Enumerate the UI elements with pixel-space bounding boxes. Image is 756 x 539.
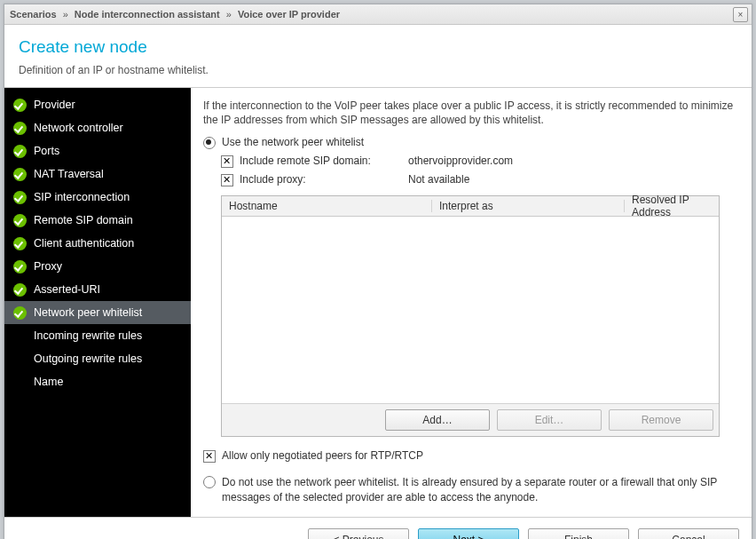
bullet-icon	[13, 376, 27, 389]
page-subtitle: Definition of an IP or hostname whitelis…	[19, 64, 737, 76]
crumb-sep: »	[223, 9, 235, 20]
sidebar-item[interactable]: Ports	[4, 139, 191, 162]
sidebar-item-label: Network peer whitelist	[34, 306, 142, 319]
finish-button[interactable]: Finish	[528, 528, 629, 539]
page-title: Create new node	[19, 37, 737, 57]
include-proxy-row[interactable]: Include proxy: Not available	[221, 173, 739, 186]
crumb-2: Node interconnection assistant	[75, 9, 220, 20]
sidebar-item-label: SIP interconnection	[34, 191, 130, 203]
sidebar-item[interactable]: Name	[4, 370, 191, 393]
include-proxy-value: Not available	[408, 173, 469, 186]
crumb-sep: »	[59, 9, 72, 20]
bullet-icon	[13, 353, 27, 366]
sidebar-item-label: Provider	[34, 99, 75, 111]
sidebar-item-label: NAT Traversal	[34, 168, 104, 180]
table-header: Hostname Interpret as Resolved IP Addres…	[222, 196, 719, 217]
sidebar-item-label: Incoming rewrite rules	[34, 329, 142, 342]
check-icon	[13, 260, 27, 273]
sidebar-item[interactable]: Network peer whitelist	[4, 301, 191, 324]
sidebar-item[interactable]: Client authentication	[4, 232, 191, 255]
sidebar-item[interactable]: Incoming rewrite rules	[4, 324, 191, 347]
sidebar-item-label: Remote SIP domain	[34, 214, 133, 226]
rtp-rtcp-check[interactable]: Allow only negotiated peers for RTP/RTCP	[203, 449, 739, 463]
header: Create new node Definition of an IP or h…	[4, 25, 752, 87]
include-sip-domain-value: othervoipprovider.com	[408, 155, 513, 168]
bullet-icon	[13, 329, 27, 343]
next-button[interactable]: Next >	[418, 528, 519, 539]
sidebar-item-label: Network controller	[34, 122, 123, 134]
sidebar-item-label: Client authentication	[34, 237, 134, 250]
col-resolved-ip[interactable]: Resolved IP Address	[625, 194, 719, 218]
check-icon	[13, 99, 27, 112]
sidebar-item-label: Ports	[34, 145, 59, 157]
sidebar-item[interactable]: Remote SIP domain	[4, 209, 191, 232]
check-icon	[13, 145, 27, 158]
opt-use-whitelist-label: Use the network peer whitelist	[222, 136, 364, 148]
check-icon	[13, 168, 27, 181]
include-sip-domain-row[interactable]: Include remote SIP domain: othervoipprov…	[221, 155, 739, 168]
check-icon	[13, 191, 27, 204]
sidebar-item[interactable]: Outgoing rewrite rules	[4, 347, 191, 370]
checkbox-icon	[221, 155, 233, 168]
intro-text: If the interconnection to the VoIP peer …	[203, 99, 739, 127]
sidebar: ProviderNetwork controllerPortsNAT Trave…	[4, 88, 191, 517]
footer: < Previous Next > Finish Cancel	[4, 518, 752, 539]
wizard-window: Scenarios » Node interconnection assista…	[4, 4, 752, 539]
crumb-3: Voice over IP provider	[238, 9, 340, 20]
opt-no-whitelist-label: Do not use the network peer whitelist. I…	[222, 475, 739, 503]
check-icon	[13, 214, 27, 227]
whitelist-table: Hostname Interpret as Resolved IP Addres…	[221, 195, 720, 437]
col-hostname[interactable]: Hostname	[222, 200, 432, 212]
sidebar-item-label: Name	[34, 376, 63, 388]
sidebar-item[interactable]: Network controller	[4, 116, 191, 139]
col-interpret-as[interactable]: Interpret as	[432, 200, 625, 212]
check-icon	[13, 306, 27, 320]
check-icon	[13, 237, 27, 250]
sidebar-item-label: Asserted-URI	[34, 283, 100, 296]
include-proxy-label: Include proxy:	[240, 173, 408, 186]
body: ProviderNetwork controllerPortsNAT Trave…	[4, 87, 752, 518]
radio-icon	[203, 476, 216, 488]
checkbox-icon	[221, 174, 233, 186]
add-button[interactable]: Add…	[385, 409, 490, 431]
checkbox-icon	[203, 450, 216, 463]
sidebar-item[interactable]: SIP interconnection	[4, 186, 191, 209]
sidebar-item[interactable]: Proxy	[4, 255, 191, 278]
opt-use-whitelist[interactable]: Use the network peer whitelist	[203, 136, 739, 149]
check-icon	[13, 122, 27, 135]
radio-icon	[203, 137, 216, 149]
crumb-1: Scenarios	[10, 9, 57, 20]
cancel-button[interactable]: Cancel	[638, 528, 739, 539]
include-sip-domain-label: Include remote SIP domain:	[240, 155, 408, 168]
close-icon[interactable]: ×	[733, 7, 748, 22]
previous-button[interactable]: < Previous	[308, 528, 409, 539]
sidebar-item[interactable]: Provider	[4, 93, 191, 116]
check-icon	[13, 283, 27, 297]
titlebar: Scenarios » Node interconnection assista…	[4, 4, 752, 25]
content: If the interconnection to the VoIP peer …	[191, 88, 752, 517]
sidebar-item[interactable]: NAT Traversal	[4, 162, 191, 186]
table-toolbar: Add… Edit… Remove	[222, 403, 719, 436]
remove-button[interactable]: Remove	[609, 409, 713, 431]
opt-no-whitelist[interactable]: Do not use the network peer whitelist. I…	[203, 475, 739, 503]
breadcrumb: Scenarios » Node interconnection assista…	[10, 9, 340, 20]
sidebar-item-label: Proxy	[34, 260, 62, 273]
rtp-rtcp-label: Allow only negotiated peers for RTP/RTCP	[222, 449, 423, 462]
sidebar-item-label: Outgoing rewrite rules	[34, 353, 142, 365]
sidebar-item[interactable]: Asserted-URI	[4, 278, 191, 301]
edit-button[interactable]: Edit…	[497, 409, 602, 431]
table-body[interactable]	[222, 217, 719, 403]
